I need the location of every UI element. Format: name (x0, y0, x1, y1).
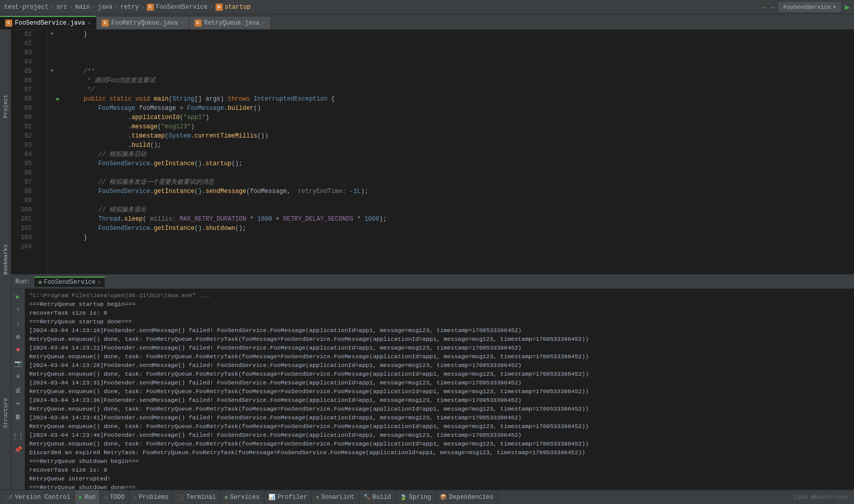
profiler-icon: 📊 (268, 494, 276, 500)
console-line-7: RetryQueue.enqueue() done, task: FooRetr… (29, 352, 850, 361)
tab-class-icon: C (5, 20, 12, 27)
run-config-label: FooSendService (783, 4, 830, 10)
tab-class-icon-3: C (195, 20, 202, 27)
console-line-18: Discarded an expired RetryTask: FooRetry… (29, 448, 850, 457)
breadcrumb-item-class[interactable]: FooSendService (156, 4, 208, 11)
run-arrow-icon[interactable]: ▶ (56, 94, 65, 104)
tab-close-foosendservice[interactable]: ✕ (88, 20, 91, 26)
code-line-87: */ (69, 85, 854, 94)
bottom-dependencies-label: Dependencies (449, 494, 493, 501)
bottom-profiler[interactable]: 📊 Profiler (264, 490, 312, 505)
settings-button[interactable]: ⚙ (12, 331, 24, 342)
bottom-version-control[interactable]: ⎇ Version Control (2, 490, 75, 505)
clear-button[interactable]: 🗑 (12, 411, 24, 422)
bottom-problems[interactable]: ⚠ Problems (129, 490, 173, 505)
fold-icon-81[interactable]: ▼ (47, 30, 56, 39)
bottom-spring[interactable]: 🍃 Spring (396, 490, 436, 505)
run-config-dropdown[interactable]: FooSendService ▾ (779, 2, 841, 12)
bottom-run[interactable]: ▶ Run (75, 490, 100, 505)
bottom-services-label: Services (230, 494, 260, 501)
tab-label-fooretryqueue: FooRetryQueue.java (111, 20, 178, 27)
breadcrumb-item-method[interactable]: startup (225, 4, 250, 11)
console-line-3: ===RetryQueue startup done=== (29, 317, 850, 326)
bottom-right-label: CSDN @BossFriday (789, 494, 852, 500)
run-icon: ▶ (79, 494, 83, 500)
code-line-100: // 模拟服务退出 (69, 205, 854, 215)
console-line-10: [2024-03-04 14:23:31]FooSender.sendMessa… (29, 378, 850, 387)
code-line-84 (69, 57, 854, 67)
code-line-94: // 模拟服务启动 (69, 150, 854, 159)
run-panel-body: ▶ ↑ ↓ ⚙ ■ 📷 ≡ 🖨 ↩ 🗑 ⋮⋮ 📌 (11, 289, 854, 490)
tab-retryqueue[interactable]: C RetryQueue.java ✕ (189, 16, 271, 29)
undo-button[interactable]: ↩ (12, 398, 24, 409)
breadcrumb-item-project[interactable]: test-project (4, 4, 48, 11)
breadcrumb-item-main[interactable]: main (75, 4, 90, 11)
bottom-sonarlint[interactable]: ● SonarLint (312, 490, 359, 505)
line-gutter: 81 82 83 84 85 86 87 88 89 90 91 92 93 9… (11, 30, 47, 274)
print-button[interactable]: 🖨 (12, 384, 24, 396)
console-line-17: RetryQueue.enqueue() done, task: FooRetr… (29, 439, 850, 448)
code-text[interactable]: } /** * 测试Foo消息发送重试 */ public static voi… (65, 30, 854, 274)
rerun-button[interactable]: ▶ (12, 291, 24, 302)
console-line-1: ===RetryQueue startup begin=== (29, 300, 850, 308)
tab-close-retryqueue[interactable]: ✕ (262, 20, 265, 26)
scroll-up-button[interactable]: ↑ (12, 304, 24, 316)
code-line-81: } (69, 30, 854, 39)
code-line-91: .message("msg123") (69, 122, 854, 131)
pin-button[interactable]: 📌 (12, 444, 24, 455)
console-line-9: RetryQueue.enqueue() done, task: FooRetr… (29, 370, 850, 378)
bottom-profiler-label: Profiler (278, 494, 307, 501)
nav-back-icon[interactable]: ← (762, 3, 766, 11)
breadcrumb-item-src[interactable]: src (56, 4, 68, 11)
side-label-structure[interactable]: Structure (3, 398, 9, 428)
tab-foosendservice[interactable]: C FooSendService.java ✕ (0, 16, 96, 29)
build-icon: 🔨 (363, 494, 371, 500)
breadcrumb: test-project › src › main › java › retry… (4, 4, 250, 11)
run-button[interactable]: ▶ (845, 2, 850, 12)
spring-icon: 🍃 (400, 494, 407, 500)
tab-label-foosendservice: FooSendService.java (15, 20, 85, 27)
main-area: Project Bookmarks Structure 81 82 83 84 … (0, 30, 854, 490)
bottom-todo[interactable]: ☑ TODO (100, 490, 129, 505)
console-line-2: recoverTask size is: 0 (29, 308, 850, 317)
console-output: "C:\Program Files\Java\openjdk-11\bin\ja… (25, 289, 854, 490)
run-toolbar: ▶ ↑ ↓ ⚙ ■ 📷 ≡ 🖨 ↩ 🗑 ⋮⋮ 📌 (11, 289, 25, 490)
run-tab-close[interactable]: ✕ (98, 279, 101, 285)
tab-close-fooretryqueue[interactable]: ✕ (180, 20, 183, 26)
code-line-95: FooSendService.getInstance().startup(); (69, 159, 854, 168)
bottom-toolbar: ⎇ Version Control ▶ Run ☑ TODO ⚠ Problem… (0, 490, 854, 504)
bottom-build[interactable]: 🔨 Build (359, 490, 396, 505)
run-gutter: ▶ (56, 30, 65, 274)
sort-button[interactable]: ≡ (12, 371, 24, 382)
console-line-0: "C:\Program Files\Java\openjdk-11\bin\ja… (29, 291, 850, 300)
tab-class-icon-2: C (102, 20, 109, 27)
side-panel-labels: Project Bookmarks Structure (0, 30, 11, 490)
side-label-bookmarks[interactable]: Bookmarks (3, 244, 9, 275)
side-label-project[interactable]: Project (3, 94, 9, 118)
nav-forward-icon[interactable]: → (770, 3, 774, 11)
tab-fooretryqueue[interactable]: C FooRetryQueue.java ✕ (96, 16, 189, 29)
breadcrumb-bar: test-project › src › main › java › retry… (0, 0, 854, 14)
bottom-services[interactable]: ◉ Services (221, 490, 264, 505)
scroll-down-button[interactable]: ↓ (12, 318, 24, 329)
screenshot-button[interactable]: 📷 (12, 358, 24, 369)
run-tab-foosendservice[interactable]: ◉ FooSendService ✕ (34, 277, 105, 287)
bottom-dependencies[interactable]: 📦 Dependencies (436, 490, 498, 505)
tab-label-retryqueue: RetryQueue.java (204, 20, 260, 27)
code-line-101: Thread.sleep( millis: MAX_RETRY_DURATION… (69, 215, 854, 224)
bottom-build-label: Build (373, 494, 391, 501)
version-control-icon: ⎇ (6, 494, 13, 500)
bottom-run-label: Run (85, 494, 96, 501)
fold-icon-85[interactable]: ▼ (47, 67, 56, 76)
console-line-20: recoverTask size is: 0 (29, 466, 850, 474)
bottom-terminal[interactable]: ⬛ Terminal (173, 490, 221, 505)
breadcrumb-item-java[interactable]: java (98, 4, 112, 11)
stop-button[interactable]: ■ (12, 344, 24, 356)
console-line-13: RetryQueue.enqueue() done, task: FooRetr… (29, 404, 850, 413)
code-line-89: FooMessage fooMessage = FooMessage.build… (69, 104, 854, 113)
editor-area: 81 82 83 84 85 86 87 88 89 90 91 92 93 9… (11, 30, 854, 490)
more-button[interactable]: ⋮⋮ (12, 431, 24, 442)
breadcrumb-item-retry[interactable]: retry (120, 4, 139, 11)
code-line-83 (69, 48, 854, 57)
code-line-82 (69, 39, 854, 48)
